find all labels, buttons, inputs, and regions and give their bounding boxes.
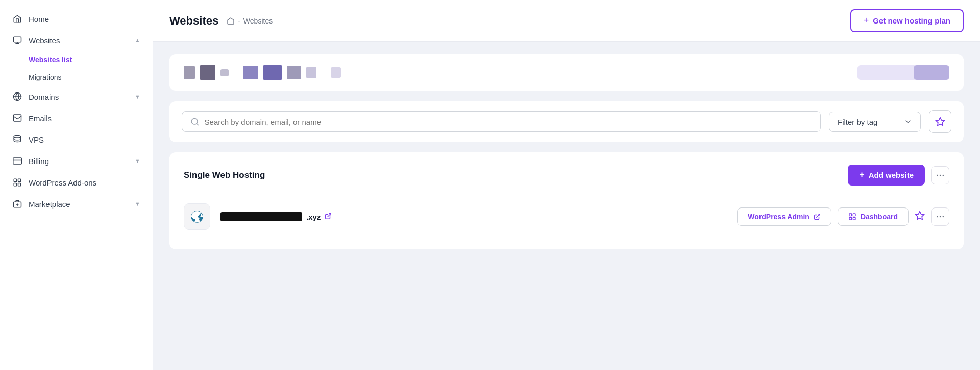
hosting-section-header: Single Web Hosting + Add website	[184, 165, 949, 186]
stat-box-6	[287, 66, 301, 79]
sidebar-item-home-label: Home	[29, 15, 49, 24]
hosting-actions: + Add website	[848, 165, 949, 186]
breadcrumb: - Websites	[227, 17, 273, 25]
sidebar-item-vps-label: VPS	[29, 135, 44, 144]
site-three-dots-icon	[935, 212, 945, 222]
sidebar-item-home[interactable]: Home	[0, 8, 153, 30]
hosting-section-title: Single Web Hosting	[184, 170, 265, 180]
svg-point-19	[937, 174, 938, 176]
sidebar-item-websites-label: Websites	[29, 36, 60, 45]
websites-submenu: Websites list Migrations	[0, 51, 153, 86]
three-dots-icon	[935, 170, 945, 180]
dashboard-label: Dashboard	[861, 213, 898, 221]
sidebar-item-emails-label: Emails	[29, 114, 52, 123]
svg-rect-10	[18, 179, 21, 181]
get-hosting-button[interactable]: + Get new hosting plan	[850, 9, 964, 32]
stat-right	[857, 65, 949, 80]
search-input[interactable]	[205, 118, 812, 126]
stat-bar	[857, 65, 949, 80]
stat-box-3	[220, 69, 229, 76]
sidebar-item-wp-addons[interactable]: WordPress Add-ons	[0, 172, 153, 193]
page-title: Websites	[169, 14, 218, 28]
site-favorite-button[interactable]	[915, 211, 925, 223]
websites-list-label: Websites list	[29, 56, 72, 64]
sidebar-item-websites-list[interactable]: Websites list	[29, 51, 153, 68]
sidebar-item-migrations[interactable]: Migrations	[29, 68, 153, 86]
get-hosting-label: Get new hosting plan	[873, 16, 950, 25]
stat-box-8	[331, 67, 341, 78]
sidebar-item-emails[interactable]: Emails	[0, 107, 153, 129]
external-link-icon[interactable]	[325, 213, 332, 221]
svg-point-30	[937, 216, 938, 218]
star-icon	[935, 117, 945, 127]
website-row-actions: WordPress Admin	[737, 207, 949, 226]
svg-rect-7	[13, 158, 22, 164]
stat-block-3	[331, 67, 341, 78]
svg-rect-11	[14, 183, 16, 186]
sidebar-item-marketplace-label: Marketplace	[29, 200, 70, 209]
sidebar-item-marketplace[interactable]: Marketplace ▼	[0, 193, 153, 215]
sidebar: Home Websites ▲ Websites list Migrations	[0, 0, 153, 370]
sidebar-item-vps[interactable]: VPS	[0, 129, 153, 150]
svg-marker-29	[916, 211, 924, 219]
svg-line-17	[197, 123, 198, 125]
sidebar-item-domains[interactable]: Domains ▼	[0, 86, 153, 107]
stat-box-2	[200, 65, 215, 80]
stat-box-5	[263, 65, 282, 80]
svg-rect-28	[853, 217, 855, 220]
filter-chevron-icon	[904, 118, 912, 126]
website-row: .xyz WordPress Admin	[184, 196, 949, 237]
stat-block-2	[243, 65, 316, 80]
hosting-more-options-button[interactable]	[931, 166, 949, 184]
wordpress-admin-label: WordPress Admin	[748, 213, 810, 221]
svg-line-23	[328, 213, 331, 216]
sidebar-item-wp-addons-label: WordPress Add-ons	[29, 178, 96, 187]
site-domain-redacted	[220, 212, 302, 221]
marketplace-chevron-icon: ▼	[135, 201, 140, 207]
svg-point-20	[940, 174, 941, 176]
favorites-button[interactable]	[929, 110, 951, 133]
svg-point-21	[943, 174, 944, 176]
billing-chevron-icon: ▼	[135, 158, 140, 164]
sidebar-item-domains-label: Domains	[29, 92, 59, 101]
site-more-options-button[interactable]	[931, 207, 949, 226]
search-input-wrap[interactable]	[182, 111, 821, 132]
header-left: Websites - Websites	[169, 14, 273, 28]
filter-by-tag-select[interactable]: Filter by tag	[829, 112, 921, 132]
wp-logo-icon	[190, 210, 204, 224]
svg-rect-5	[14, 115, 21, 121]
stat-box-4	[243, 66, 258, 79]
stat-bar-fill	[914, 65, 949, 80]
sidebar-item-websites[interactable]: Websites ▲	[0, 30, 153, 51]
envelope-icon	[12, 113, 22, 123]
svg-rect-12	[18, 183, 21, 186]
svg-point-32	[943, 216, 944, 218]
stat-box-7	[306, 67, 316, 78]
svg-rect-25	[849, 214, 852, 216]
monitor-icon	[12, 35, 22, 45]
svg-rect-26	[853, 214, 855, 216]
dashboard-button[interactable]: Dashboard	[838, 207, 909, 226]
stat-block-1	[184, 65, 229, 80]
domains-chevron-icon: ▼	[135, 94, 140, 100]
creditcard-icon	[12, 156, 22, 166]
add-website-label: Add website	[869, 171, 914, 179]
svg-marker-18	[936, 118, 945, 126]
sidebar-item-billing[interactable]: Billing ▼	[0, 150, 153, 172]
stats-banner	[169, 54, 964, 91]
site-extension: .xyz	[306, 213, 321, 221]
svg-rect-9	[14, 179, 16, 181]
svg-point-31	[940, 216, 941, 218]
sidebar-item-billing-label: Billing	[29, 157, 49, 166]
site-url: .xyz	[220, 212, 332, 221]
plus-icon: +	[864, 15, 869, 26]
search-icon	[190, 117, 200, 126]
wordpress-icon	[184, 203, 210, 230]
add-website-button[interactable]: + Add website	[848, 165, 925, 186]
svg-line-24	[817, 214, 820, 217]
migrations-label: Migrations	[29, 73, 62, 81]
server-icon	[12, 134, 22, 145]
wordpress-admin-button[interactable]: WordPress Admin	[737, 207, 831, 226]
search-row: Filter by tag	[169, 101, 964, 142]
svg-rect-27	[849, 217, 852, 220]
